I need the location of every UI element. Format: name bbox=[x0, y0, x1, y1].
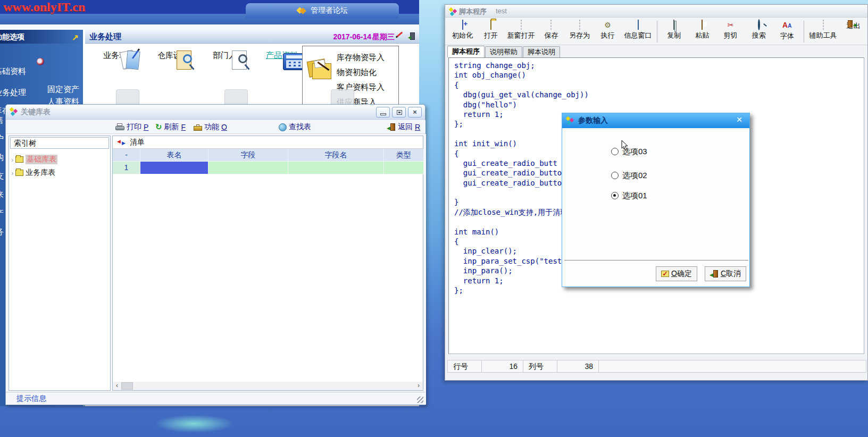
init-button[interactable]: + 初始化 bbox=[448, 19, 477, 45]
shortcut-product-data[interactable]: 产品资料 bbox=[260, 49, 304, 61]
expand-caret-icon[interactable]: › bbox=[11, 169, 13, 177]
tree-item-label: 业务库表 bbox=[26, 168, 55, 178]
info-window-button[interactable]: 信息窗口 bbox=[622, 19, 654, 45]
table-list-panel: ◀▶ 清单 - 表名 字段 字段名 类型 1 bbox=[112, 136, 423, 391]
back-button[interactable]: ◀ 返回R bbox=[387, 122, 420, 132]
open-folder-icon bbox=[490, 20, 491, 30]
globe-search-icon bbox=[279, 123, 287, 131]
fixed-assets-icon bbox=[37, 58, 44, 65]
mouse-cursor bbox=[621, 140, 629, 153]
param-input-dialog: 参数输入 × 选项03 选项02 选项01 ✓ O确定 ◀ C取消 bbox=[562, 113, 750, 287]
radio-option-01[interactable]: 选项01 bbox=[611, 190, 647, 201]
font-button[interactable]: AA 字体 bbox=[773, 19, 801, 45]
site-logo: www.onlyIT.cn bbox=[3, 0, 85, 14]
key-tables-toolbar: 打印P ↻ 刷新F 功能O 查找表 ◀ 返回R bbox=[6, 120, 425, 134]
pencil-icon[interactable] bbox=[396, 32, 403, 38]
tab-help[interactable]: 说明帮助 bbox=[485, 46, 522, 57]
index-tree-panel: 索引树 › 基础库表 › 业务库表 bbox=[9, 136, 111, 391]
shortcut-department-staff[interactable]: 部门人员 bbox=[206, 49, 251, 61]
bow-arrow-icon: ↗ bbox=[72, 31, 79, 45]
grid-header-cell[interactable]: - bbox=[113, 149, 140, 162]
grid-header-cell[interactable]: 字段 bbox=[208, 149, 288, 162]
grid-cell[interactable] bbox=[384, 162, 424, 174]
scrollbar-thumb[interactable] bbox=[121, 382, 133, 390]
gear-icon: ⚙ bbox=[604, 21, 611, 29]
script-tabs: 脚本程序 说明帮助 脚本说明 bbox=[447, 46, 561, 57]
script-window-title: 脚本程序 bbox=[459, 7, 487, 16]
sidebar-edge-char: 来 bbox=[0, 190, 5, 200]
restore-button[interactable] bbox=[392, 107, 406, 117]
column-number-label: 列号 bbox=[523, 360, 557, 372]
grid-header-cell[interactable]: 类型 bbox=[384, 149, 424, 162]
copy-button[interactable]: 复制 bbox=[660, 19, 688, 45]
scroll-right-arrow[interactable]: › bbox=[414, 382, 423, 390]
find-table-label: 查找表 bbox=[289, 122, 311, 132]
ok-button[interactable]: ✓ O确定 bbox=[656, 266, 697, 281]
grid-cell[interactable] bbox=[208, 162, 288, 174]
function-button[interactable]: 功能O bbox=[194, 122, 227, 132]
aux-tools-button: 辅助工具 bbox=[807, 19, 839, 45]
grid-header-cell[interactable]: 表名 bbox=[140, 149, 208, 162]
tab-script-notes[interactable]: 脚本说明 bbox=[523, 46, 560, 57]
radio-icon-checked[interactable] bbox=[611, 192, 619, 199]
tab-script-program[interactable]: 脚本程序 bbox=[447, 46, 485, 57]
print-button[interactable]: 打印P bbox=[115, 122, 148, 132]
save-as-button: 另存为 bbox=[565, 19, 594, 45]
tree-item-business-tables[interactable]: › 业务库表 bbox=[11, 167, 55, 178]
sidebar-edge-char: 产 bbox=[0, 208, 5, 218]
shortcut-warehouse-setup[interactable]: 仓库设置 bbox=[151, 49, 196, 61]
dialog-close-icon[interactable]: × bbox=[733, 114, 745, 125]
expand-caret-icon[interactable]: › bbox=[11, 156, 13, 164]
grid-header-row: - 表名 字段 字段名 类型 bbox=[113, 149, 424, 162]
radio-option-02[interactable]: 选项02 bbox=[611, 170, 647, 181]
main-titlebar-gap bbox=[0, 24, 419, 30]
app-diamonds-icon bbox=[566, 116, 575, 125]
paste-icon bbox=[702, 20, 703, 30]
scroll-left-arrow[interactable]: ‹ bbox=[113, 382, 121, 390]
minimize-button[interactable] bbox=[376, 107, 390, 117]
refresh-button[interactable]: ↻ 刷新F bbox=[155, 122, 186, 132]
key-tables-titlebar[interactable]: 关键库表 × bbox=[6, 105, 425, 120]
toolbar-separator bbox=[657, 21, 657, 43]
code-line: { bbox=[454, 81, 864, 90]
shortcut-business-env[interactable]: 业务环境 bbox=[97, 49, 141, 61]
radio-icon[interactable] bbox=[611, 172, 619, 179]
admin-forum-banner[interactable]: 管理者论坛 bbox=[246, 3, 399, 18]
check-icon: ✓ bbox=[661, 271, 669, 277]
import-link-material[interactable]: 物资初始化 bbox=[337, 68, 377, 78]
exit-button[interactable]: ◀ 退出 bbox=[839, 19, 867, 45]
resize-grip[interactable] bbox=[417, 397, 423, 403]
dialog-footer-separator bbox=[564, 260, 748, 261]
app-diamonds-icon bbox=[10, 107, 19, 116]
exit-icon[interactable]: ◀ bbox=[410, 32, 415, 40]
grid-cell[interactable] bbox=[288, 162, 384, 174]
row-number-cell[interactable]: 1 bbox=[113, 162, 140, 174]
radio-icon[interactable] bbox=[611, 148, 619, 155]
sidebar-edge-char: 务 bbox=[0, 227, 5, 237]
line-number-label: 行号 bbox=[448, 360, 482, 372]
print-label: 打印 bbox=[127, 122, 141, 132]
find-table-button[interactable]: 查找表 bbox=[279, 122, 311, 132]
selected-cell[interactable] bbox=[140, 162, 208, 174]
dialog-titlebar[interactable]: 参数输入 × bbox=[562, 113, 749, 128]
column-number-value: 38 bbox=[557, 360, 599, 372]
sidebar-item-base-data[interactable]: 基础资料 bbox=[0, 66, 36, 77]
tree-item-base-tables[interactable]: › 基础库表 bbox=[11, 154, 57, 165]
handshake-icon bbox=[297, 7, 306, 14]
paste-button[interactable]: 粘贴 bbox=[688, 19, 716, 45]
search-button[interactable]: 搜索 bbox=[745, 19, 773, 45]
admin-forum-label: 管理者论坛 bbox=[311, 6, 348, 15]
cancel-button[interactable]: ◀ C取消 bbox=[705, 266, 746, 281]
horizontal-scrollbar[interactable]: ‹ › bbox=[113, 382, 423, 390]
import-link-stock[interactable]: 库存物资导入 bbox=[337, 53, 385, 63]
close-button[interactable]: × bbox=[408, 107, 422, 117]
cut-button[interactable]: ✂ 剪切 bbox=[716, 19, 745, 45]
open-button[interactable]: 打开 bbox=[477, 19, 505, 45]
run-button[interactable]: ⚙ 执行 bbox=[594, 19, 622, 45]
index-tree-header: 索引树 bbox=[10, 137, 109, 149]
sidebar-edge-char: 构 bbox=[0, 153, 5, 163]
status-message: 提示信息 bbox=[16, 394, 46, 404]
font-icon: AA bbox=[782, 21, 791, 29]
script-titlebar[interactable]: 脚本程序 test bbox=[445, 5, 867, 18]
grid-header-cell[interactable]: 字段名 bbox=[288, 149, 384, 162]
